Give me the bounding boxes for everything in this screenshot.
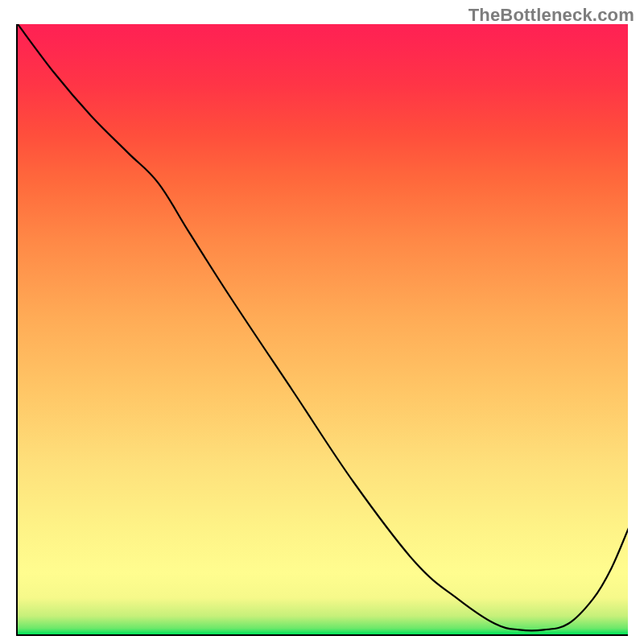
plot-area xyxy=(16,24,628,636)
heat-gradient-bg xyxy=(18,24,628,634)
watermark-text: TheBottleneck.com xyxy=(469,5,634,26)
chart-container: TheBottleneck.com xyxy=(0,0,644,644)
